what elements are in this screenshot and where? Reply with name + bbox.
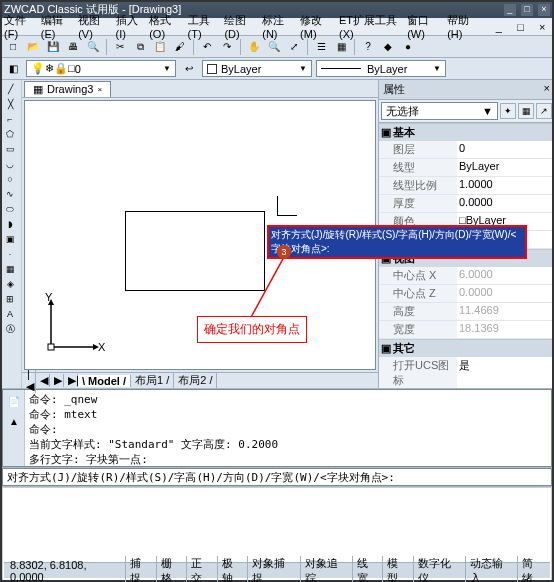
- polygon-tool-icon[interactable]: ⬠: [1, 127, 19, 141]
- menu-item[interactable]: 视图(V): [78, 13, 109, 40]
- rect-tool-icon[interactable]: ▭: [1, 142, 19, 156]
- status-toggle[interactable]: 捕捉: [125, 556, 156, 583]
- prop-row[interactable]: 线型比例1.0000: [379, 177, 554, 195]
- status-toggle[interactable]: 线宽: [352, 556, 383, 583]
- menu-item[interactable]: 帮助(H): [447, 13, 479, 40]
- zoom-ext-icon[interactable]: ⤢: [285, 38, 303, 56]
- icad-icon[interactable]: ◆: [379, 38, 397, 56]
- status-toggle[interactable]: 模型: [382, 556, 413, 583]
- layer-manager-icon[interactable]: ◧: [4, 60, 22, 78]
- prop-row[interactable]: 线型ByLayer: [379, 159, 554, 177]
- menu-item[interactable]: 格式(O): [149, 13, 181, 40]
- prop-row[interactable]: 宽度18.1369: [379, 321, 554, 339]
- prop-row[interactable]: 厚度0.0000: [379, 195, 554, 213]
- group-toggle-icon[interactable]: ▣: [381, 126, 391, 139]
- color-combo[interactable]: ByLayer▼: [202, 60, 312, 77]
- status-toggle[interactable]: 数字化仪: [413, 556, 465, 583]
- ellipse-arc-tool-icon[interactable]: ◗: [1, 217, 19, 231]
- menu-item[interactable]: 文件(F): [4, 13, 35, 40]
- circle-tool-icon[interactable]: ○: [1, 172, 19, 186]
- status-toggle[interactable]: 简绪: [517, 556, 548, 583]
- group-toggle-icon[interactable]: ▣: [381, 342, 391, 355]
- status-toggle[interactable]: 正交: [186, 556, 217, 583]
- new-icon[interactable]: □: [4, 38, 22, 56]
- status-toggle[interactable]: 极轴: [217, 556, 248, 583]
- cmd-expand-icon[interactable]: ▲: [5, 412, 23, 430]
- child-close-icon[interactable]: ×: [534, 18, 550, 36]
- prop-row[interactable]: 中心点 X6.0000: [379, 267, 554, 285]
- table-tool-icon[interactable]: ⊞: [1, 292, 19, 306]
- linetype-combo[interactable]: ByLayer▼: [316, 60, 446, 77]
- ellipse-tool-icon[interactable]: ⬭: [1, 202, 19, 216]
- status-toggle[interactable]: 栅格: [156, 556, 187, 583]
- print-icon[interactable]: 🖶: [64, 38, 82, 56]
- tab-close-icon[interactable]: ×: [97, 85, 102, 94]
- status-toggle[interactable]: 对象捕捉: [247, 556, 299, 583]
- prop-group[interactable]: ▣ 基本: [379, 123, 554, 141]
- toggle-pim-icon[interactable]: ↗: [536, 103, 552, 119]
- selection-combo[interactable]: 无选择▼: [381, 102, 498, 120]
- tab-nav[interactable]: ▶|: [64, 374, 78, 387]
- close-button[interactable]: ×: [538, 4, 550, 16]
- hatch-tool-icon[interactable]: ▦: [1, 262, 19, 276]
- layout-tab[interactable]: 布局1 /: [131, 373, 174, 388]
- mtext-tool-icon[interactable]: Ⓐ: [1, 322, 19, 336]
- layer-combo[interactable]: 💡❄🔒□ 0▼: [26, 60, 176, 77]
- prop-row[interactable]: 图层0: [379, 141, 554, 159]
- command-line[interactable]: 对齐方式(J)/旋转(R)/样式(S)/字高(H)/方向(D)/字宽(W)/<字…: [2, 468, 552, 486]
- props-icon[interactable]: ☰: [312, 38, 330, 56]
- open-icon[interactable]: 📂: [24, 38, 42, 56]
- menu-item[interactable]: ET扩展工具(X): [339, 13, 401, 40]
- quick-select-icon[interactable]: ✦: [500, 103, 516, 119]
- paste-icon[interactable]: 📋: [151, 38, 169, 56]
- status-toggle[interactable]: 动态输入: [465, 556, 517, 583]
- layout-tab[interactable]: 布局2 /: [174, 373, 217, 388]
- cmd-history-icon[interactable]: 📄: [5, 392, 23, 410]
- prop-row[interactable]: 打开UCS图标是: [379, 357, 554, 388]
- point-tool-icon[interactable]: ·: [1, 247, 19, 261]
- print-preview-icon[interactable]: 🔍: [84, 38, 102, 56]
- select-objects-icon[interactable]: ▦: [518, 103, 534, 119]
- menu-item[interactable]: 工具(T): [188, 13, 219, 40]
- menu-item[interactable]: 窗口(W): [407, 13, 441, 40]
- logo-icon[interactable]: ●: [399, 38, 417, 56]
- prop-row[interactable]: 高度11.4669: [379, 303, 554, 321]
- line-tool-icon[interactable]: ╱: [1, 82, 19, 96]
- text-tool-icon[interactable]: A: [1, 307, 19, 321]
- copy-icon[interactable]: ⧉: [131, 38, 149, 56]
- menu-item[interactable]: 插入(I): [116, 13, 144, 40]
- child-max-icon[interactable]: □: [513, 18, 529, 36]
- spline-tool-icon[interactable]: ∿: [1, 187, 19, 201]
- minimize-button[interactable]: _: [504, 4, 516, 16]
- xline-tool-icon[interactable]: ╳: [1, 97, 19, 111]
- tab-nav[interactable]: ▶: [50, 374, 64, 387]
- menu-item[interactable]: 标注(N): [262, 13, 294, 40]
- prop-row[interactable]: 中心点 Z0.0000: [379, 285, 554, 303]
- tab-nav[interactable]: ◀: [36, 374, 50, 387]
- menu-item[interactable]: 修改(M): [300, 13, 333, 40]
- region-tool-icon[interactable]: ◈: [1, 277, 19, 291]
- undo-icon[interactable]: ↶: [198, 38, 216, 56]
- layer-prev-icon[interactable]: ↩: [180, 60, 198, 78]
- pline-tool-icon[interactable]: ⌐: [1, 112, 19, 126]
- pan-icon[interactable]: ✋: [245, 38, 263, 56]
- match-icon[interactable]: 🖌: [171, 38, 189, 56]
- menu-item[interactable]: 绘图(D): [224, 13, 256, 40]
- child-min-icon[interactable]: _: [491, 18, 507, 36]
- save-icon[interactable]: 💾: [44, 38, 62, 56]
- status-toggle[interactable]: 对象追踪: [300, 556, 352, 583]
- zoom-icon[interactable]: 🔍: [265, 38, 283, 56]
- cut-icon[interactable]: ✂: [111, 38, 129, 56]
- prop-group[interactable]: ▣ 其它: [379, 339, 554, 357]
- drawing-canvas[interactable]: X Y 确定我们的对角点 对齐方式(J)/旋转(R)/样式(S)/字高(H)/方…: [24, 100, 376, 370]
- properties-close-icon[interactable]: ×: [544, 82, 550, 97]
- block-tool-icon[interactable]: ▣: [1, 232, 19, 246]
- model-tab[interactable]: \ Model /: [78, 375, 131, 387]
- drawing-tab[interactable]: ▦ Drawing3 ×: [24, 81, 111, 97]
- maximize-button[interactable]: □: [521, 4, 533, 16]
- calc-icon[interactable]: ▦: [332, 38, 350, 56]
- arc-tool-icon[interactable]: ◡: [1, 157, 19, 171]
- menu-item[interactable]: 编辑(E): [41, 13, 72, 40]
- help-icon[interactable]: ?: [359, 38, 377, 56]
- redo-icon[interactable]: ↷: [218, 38, 236, 56]
